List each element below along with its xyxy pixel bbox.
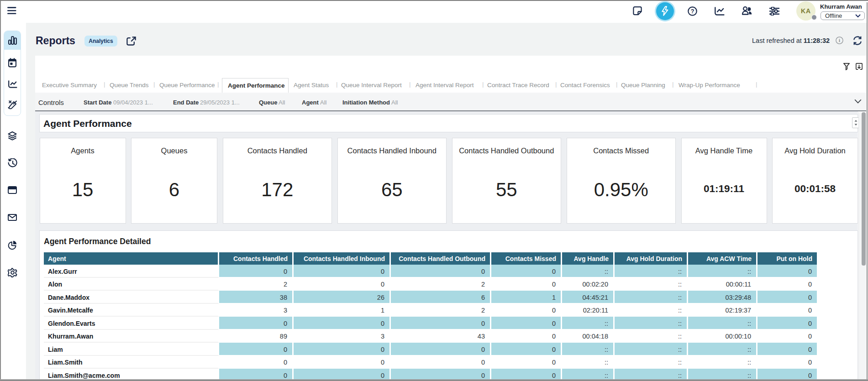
svg-text:i: i	[839, 38, 840, 43]
svg-text:?: ?	[690, 8, 694, 14]
